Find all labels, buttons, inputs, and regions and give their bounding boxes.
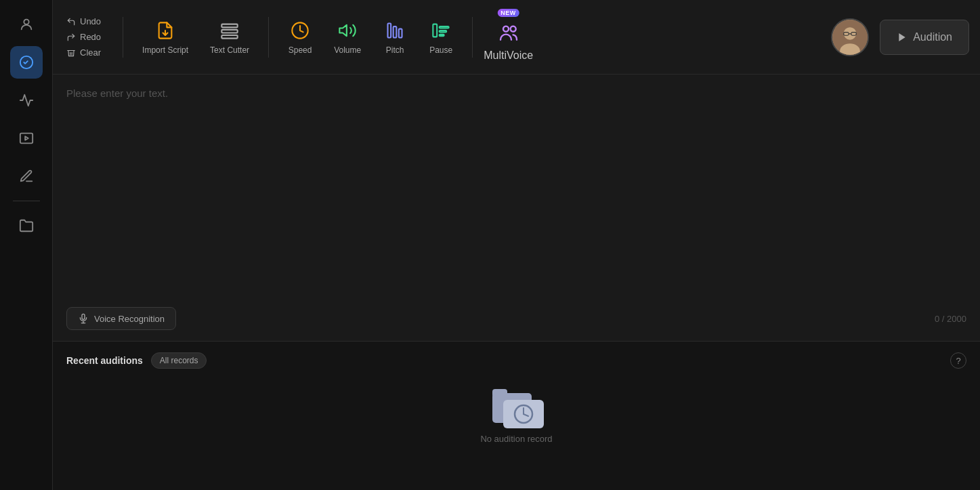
volume-button[interactable]: Volume [326, 14, 369, 60]
main-content: Undo Redo Clear [53, 0, 980, 490]
svg-rect-4 [221, 24, 237, 27]
multivoice-label: MultiVoice [484, 49, 533, 62]
svg-rect-6 [221, 35, 237, 39]
text-bottom: Voice Recognition 0 / 2000 [66, 302, 966, 330]
text-cutter-label: Text Cutter [210, 45, 249, 55]
speed-label: Speed [289, 45, 312, 55]
sidebar-item-user[interactable] [10, 8, 43, 41]
redo-button[interactable]: Redo [64, 30, 104, 43]
import-script-label: Import Script [142, 45, 188, 55]
multivoice-button[interactable]: NEW MultiVoice [484, 13, 533, 62]
pitch-label: Pitch [386, 45, 404, 55]
svg-rect-14 [440, 30, 447, 32]
svg-rect-11 [399, 28, 402, 37]
svg-point-0 [24, 20, 28, 24]
multivoice-icon [496, 20, 521, 45]
sidebar-item-tts[interactable] [10, 46, 43, 79]
recent-title: Recent auditions [66, 355, 143, 366]
undo-button[interactable]: Undo [64, 15, 104, 28]
sidebar [0, 0, 53, 490]
sidebar-item-edit[interactable] [10, 160, 43, 192]
empty-records: No audition record [66, 382, 966, 444]
undo-label: Undo [80, 16, 101, 26]
svg-rect-9 [388, 23, 391, 37]
char-count: 0 / 2000 [935, 314, 966, 324]
new-badge: NEW [497, 9, 519, 17]
text-editor[interactable] [66, 85, 966, 302]
recent-section: Recent auditions All records ? [53, 341, 980, 490]
avatar-image [832, 20, 868, 55]
voice-recognition-label: Voice Recognition [94, 314, 165, 324]
pause-icon [430, 20, 452, 41]
pause-button[interactable]: Pause [421, 14, 461, 60]
divider-3 [472, 17, 473, 58]
toolbar: Undo Redo Clear [53, 0, 980, 75]
play-icon [897, 32, 908, 43]
divider-2 [268, 17, 269, 58]
import-script-button[interactable]: Import Script [134, 14, 196, 60]
recent-header: Recent auditions All records ? [66, 352, 966, 369]
svg-rect-5 [221, 29, 237, 33]
redo-label: Redo [80, 32, 101, 42]
history-actions: Undo Redo Clear [64, 15, 104, 59]
svg-rect-25 [82, 314, 85, 319]
voice-recognition-button[interactable]: Voice Recognition [66, 307, 176, 330]
svg-rect-13 [440, 26, 449, 28]
text-cutter-button[interactable]: Text Cutter [202, 14, 257, 60]
svg-point-16 [503, 26, 509, 31]
empty-folder-icon [492, 388, 541, 426]
clear-button[interactable]: Clear [64, 46, 104, 59]
sidebar-item-folder[interactable] [10, 209, 43, 242]
svg-rect-29 [492, 389, 507, 397]
sidebar-item-video[interactable] [10, 122, 43, 155]
svg-rect-12 [433, 24, 437, 37]
text-section: Voice Recognition 0 / 2000 [53, 75, 980, 341]
text-cutter-icon [219, 20, 240, 41]
svg-marker-8 [339, 24, 347, 35]
sidebar-item-analytics[interactable] [10, 84, 43, 117]
speed-icon [289, 20, 311, 41]
volume-label: Volume [334, 45, 361, 55]
audition-label: Audition [913, 31, 952, 43]
speed-button[interactable]: Speed [280, 14, 320, 60]
sidebar-divider [13, 201, 40, 201]
audition-button[interactable]: Audition [880, 20, 969, 55]
volume-icon [337, 20, 358, 41]
all-records-label: All records [160, 356, 198, 365]
pitch-icon [384, 20, 406, 41]
help-button[interactable]: ? [950, 352, 966, 369]
svg-rect-10 [393, 26, 397, 37]
mic-icon [78, 313, 89, 324]
clear-label: Clear [80, 47, 101, 58]
all-records-button[interactable]: All records [151, 352, 207, 369]
divider-1 [123, 17, 123, 58]
svg-rect-15 [440, 34, 444, 35]
svg-marker-24 [899, 33, 906, 41]
avatar[interactable] [831, 18, 869, 56]
svg-point-17 [510, 26, 515, 31]
import-script-icon [154, 20, 176, 41]
pitch-button[interactable]: Pitch [375, 14, 415, 60]
no-record-text: No audition record [480, 434, 552, 444]
toolbar-right: Audition [831, 18, 969, 56]
pause-label: Pause [429, 45, 452, 55]
svg-rect-2 [20, 134, 32, 144]
